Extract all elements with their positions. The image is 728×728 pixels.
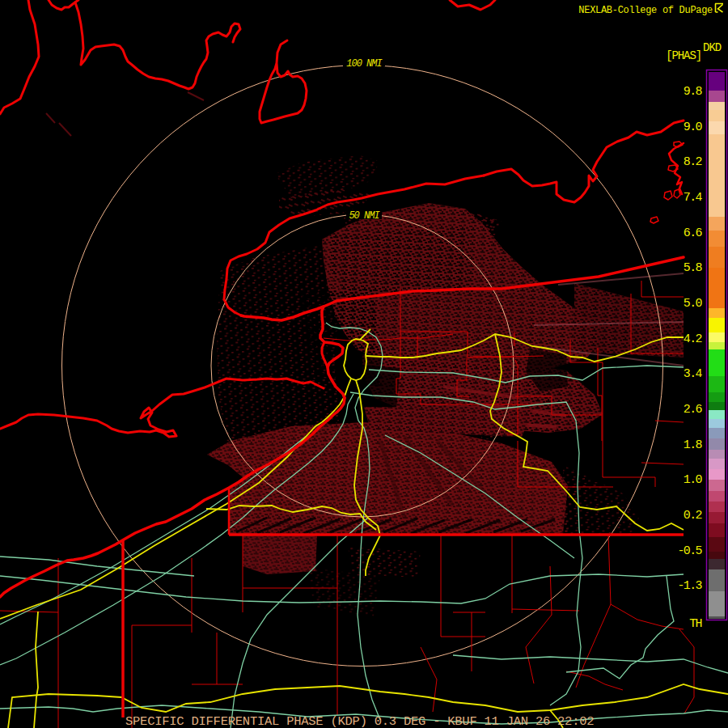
svg-text:6.6: 6.6 — [684, 226, 703, 240]
svg-text:5.8: 5.8 — [684, 261, 703, 275]
svg-text:9.0: 9.0 — [684, 121, 703, 134]
svg-text:[PHAS]: [PHAS] — [666, 49, 701, 62]
svg-text:NEXLAB-College of DuPage: NEXLAB-College of DuPage — [578, 5, 713, 16]
svg-text:7.4: 7.4 — [684, 191, 703, 205]
svg-text:-1.3: -1.3 — [677, 579, 702, 593]
svg-text:DKD: DKD — [703, 41, 722, 54]
svg-text:0.2: 0.2 — [684, 509, 702, 523]
svg-text:3.4: 3.4 — [684, 367, 703, 381]
svg-text:100 NMI: 100 NMI — [346, 58, 382, 70]
svg-text:5.0: 5.0 — [684, 297, 703, 311]
svg-text:SPECIFIC DIFFERENTIAL PHASE (K: SPECIFIC DIFFERENTIAL PHASE (KDP) 0.3 DE… — [125, 714, 594, 728]
svg-text:8.2: 8.2 — [684, 155, 702, 169]
svg-text:TH: TH — [689, 617, 701, 631]
svg-text:9.8: 9.8 — [684, 85, 703, 99]
svg-text:2.6: 2.6 — [684, 403, 703, 417]
svg-text:4.2: 4.2 — [684, 332, 702, 346]
svg-text:50 NMI: 50 NMI — [349, 210, 379, 222]
svg-text:1.8: 1.8 — [684, 438, 703, 452]
svg-text:1.0: 1.0 — [684, 473, 703, 487]
svg-text:-0.5: -0.5 — [677, 544, 702, 558]
